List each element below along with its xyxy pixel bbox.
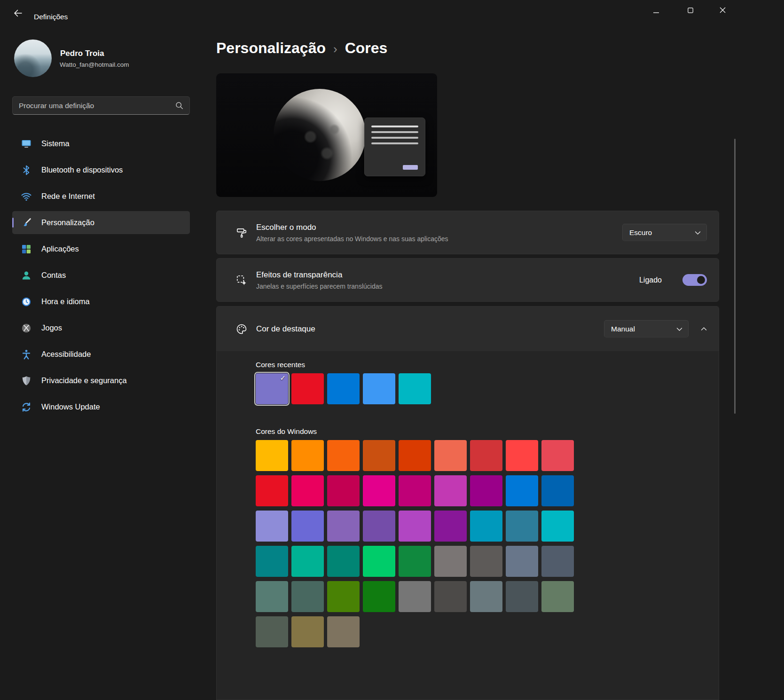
minimize-button[interactable] <box>641 0 672 22</box>
window-title: Definições <box>34 13 68 21</box>
color-swatch[interactable] <box>291 616 324 647</box>
color-swatch[interactable] <box>399 511 431 542</box>
close-button[interactable] <box>707 0 738 22</box>
sidebar-item-label: Acessibilidade <box>41 350 91 359</box>
search-input[interactable] <box>13 102 175 110</box>
color-swatch[interactable]: ✓ <box>256 373 288 404</box>
color-swatch[interactable] <box>470 581 502 612</box>
expander-collapse-button[interactable] <box>698 322 709 336</box>
scrollbar-thumb[interactable] <box>734 139 736 414</box>
maximize-button[interactable] <box>675 0 706 22</box>
choose-mode-row: Escolher o modo Alterar as cores apresen… <box>216 211 719 254</box>
sidebar-item-hora-e-idioma[interactable]: Hora e idioma <box>12 290 190 313</box>
color-swatch[interactable] <box>327 616 360 647</box>
mode-dropdown-value: Escuro <box>629 228 652 237</box>
color-swatch[interactable] <box>363 511 395 542</box>
back-arrow-icon <box>14 9 22 18</box>
search-box[interactable] <box>12 96 190 115</box>
network-icon <box>21 191 32 202</box>
sidebar-item-windows-update[interactable]: Windows Update <box>12 395 190 418</box>
color-swatch[interactable] <box>256 616 288 647</box>
color-swatch[interactable] <box>291 581 324 612</box>
color-swatch[interactable] <box>506 546 538 577</box>
accessibility-icon <box>21 349 32 360</box>
recent-colors-label: Cores recentes <box>256 361 719 369</box>
sidebar-nav: SistemaBluetooth e dispositivosRede e In… <box>12 132 190 422</box>
windows-colors-label: Cores do Windows <box>256 427 719 436</box>
color-swatch[interactable] <box>327 440 360 471</box>
color-swatch[interactable] <box>470 546 502 577</box>
sidebar-item-aplica-es[interactable]: Aplicações <box>12 237 190 260</box>
color-swatch[interactable] <box>506 475 538 506</box>
color-swatch[interactable] <box>363 475 395 506</box>
transparency-toggle[interactable] <box>682 274 707 286</box>
color-swatch[interactable] <box>291 511 324 542</box>
sidebar-item-label: Hora e idioma <box>41 297 90 306</box>
color-swatch[interactable] <box>541 581 574 612</box>
color-swatch[interactable] <box>363 373 395 404</box>
page-title: Cores <box>345 39 388 57</box>
color-swatch[interactable] <box>506 440 538 471</box>
color-swatch[interactable] <box>399 373 431 404</box>
color-swatch[interactable] <box>327 546 360 577</box>
color-swatch[interactable] <box>434 511 467 542</box>
theme-preview <box>216 73 437 197</box>
sidebar-item-jogos[interactable]: Jogos <box>12 316 190 339</box>
sidebar-item-bluetooth-e-dispositivos[interactable]: Bluetooth e dispositivos <box>12 158 190 181</box>
color-swatch[interactable] <box>541 475 574 506</box>
settings-window: { "window": { "title": "Definições" }, "… <box>0 0 784 700</box>
color-swatch[interactable] <box>363 440 395 471</box>
color-swatch[interactable] <box>327 373 360 404</box>
sidebar-item-privacidade-e-seguran-a[interactable]: Privacidade e segurança <box>12 369 190 392</box>
color-swatch[interactable] <box>434 581 467 612</box>
breadcrumb-parent[interactable]: Personalização <box>216 39 326 57</box>
bluetooth-icon <box>21 165 32 176</box>
color-swatch[interactable] <box>291 546 324 577</box>
accent-mode-dropdown[interactable]: Manual <box>604 320 689 338</box>
color-swatch[interactable] <box>291 440 324 471</box>
color-swatch[interactable] <box>434 475 467 506</box>
gaming-icon <box>21 322 32 334</box>
color-swatch[interactable] <box>256 581 288 612</box>
color-swatch[interactable] <box>434 440 467 471</box>
sidebar-item-acessibilidade[interactable]: Acessibilidade <box>12 343 190 366</box>
toggle-knob <box>697 276 705 284</box>
color-swatch[interactable] <box>327 475 360 506</box>
color-swatch[interactable] <box>506 511 538 542</box>
color-swatch[interactable] <box>470 440 502 471</box>
color-swatch[interactable] <box>541 440 574 471</box>
sidebar-item-label: Windows Update <box>41 402 100 411</box>
sidebar-item-sistema[interactable]: Sistema <box>12 132 190 155</box>
color-swatch[interactable] <box>399 581 431 612</box>
color-swatch[interactable] <box>256 511 288 542</box>
color-swatch[interactable] <box>256 546 288 577</box>
system-icon <box>21 138 32 149</box>
color-swatch[interactable] <box>541 546 574 577</box>
sidebar-item-rede-e-internet[interactable]: Rede e Internet <box>12 185 190 208</box>
color-swatch[interactable] <box>327 581 360 612</box>
color-swatch[interactable] <box>399 440 431 471</box>
color-swatch[interactable] <box>363 546 395 577</box>
privacy-icon <box>21 375 32 386</box>
color-swatch[interactable] <box>327 511 360 542</box>
sidebar-item-personaliza-o[interactable]: Personalização <box>12 211 190 234</box>
color-swatch[interactable] <box>470 511 502 542</box>
mock-text-line <box>371 126 418 127</box>
color-swatch[interactable] <box>363 581 395 612</box>
color-swatch[interactable] <box>434 546 467 577</box>
avatar[interactable] <box>14 39 52 77</box>
back-button[interactable] <box>8 6 27 22</box>
color-swatch[interactable] <box>506 581 538 612</box>
transparency-row: Efeitos de transparência Janelas e super… <box>216 258 719 302</box>
color-swatch[interactable] <box>256 475 288 506</box>
color-swatch[interactable] <box>291 373 324 404</box>
color-swatch[interactable] <box>399 475 431 506</box>
color-swatch[interactable] <box>399 546 431 577</box>
mock-text-line <box>371 142 418 144</box>
sidebar-item-contas[interactable]: Contas <box>12 264 190 287</box>
color-swatch[interactable] <box>541 511 574 542</box>
color-swatch[interactable] <box>256 440 288 471</box>
color-swatch[interactable] <box>470 475 502 506</box>
mode-dropdown[interactable]: Escuro <box>622 224 707 241</box>
color-swatch[interactable] <box>291 475 324 506</box>
